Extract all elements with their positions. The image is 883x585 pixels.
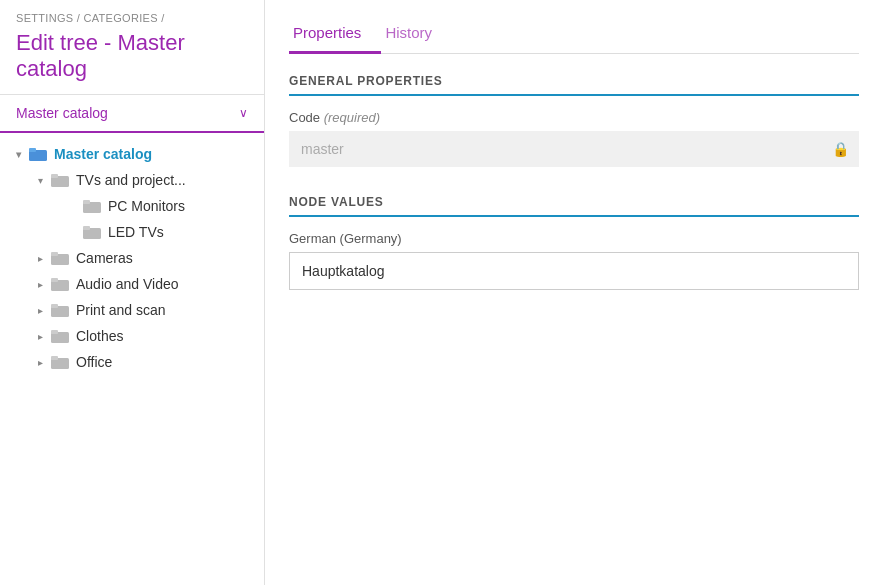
tab-properties[interactable]: Properties bbox=[289, 16, 381, 54]
general-properties-section: GENERAL PROPERTIES Code (required) 🔒 bbox=[289, 74, 859, 167]
tree-item-label-pc-monitors: PC Monitors bbox=[108, 198, 185, 214]
tree-item-print-scan[interactable]: ▸ Print and scan bbox=[0, 297, 264, 323]
tree-item-label-led-tvs: LED TVs bbox=[108, 224, 164, 240]
folder-icon-led-tvs bbox=[82, 224, 102, 240]
sidebar: SETTINGS / CATEGORIES / Edit tree - Mast… bbox=[0, 0, 265, 585]
tree-item-label-print-scan: Print and scan bbox=[76, 302, 166, 318]
tree-item-audio-video[interactable]: ▸ Audio and Video bbox=[0, 271, 264, 297]
svg-rect-9 bbox=[51, 252, 58, 256]
folder-icon-master-catalog bbox=[28, 146, 48, 162]
page-title: Edit tree - Master catalog bbox=[16, 30, 248, 82]
german-input[interactable] bbox=[289, 252, 859, 290]
expand-icon-led-tvs[interactable] bbox=[64, 224, 80, 240]
expand-icon-master-catalog[interactable]: ▾ bbox=[10, 146, 26, 162]
tree-item-pc-monitors[interactable]: PC Monitors bbox=[0, 193, 264, 219]
expand-icon-clothes[interactable]: ▸ bbox=[32, 328, 48, 344]
folder-icon-cameras bbox=[50, 250, 70, 266]
general-properties-label: GENERAL PROPERTIES bbox=[289, 74, 859, 96]
tab-history[interactable]: History bbox=[381, 16, 452, 54]
tree-item-label-clothes: Clothes bbox=[76, 328, 123, 344]
node-values-label: NODE VALUES bbox=[289, 195, 859, 217]
lock-icon: 🔒 bbox=[832, 141, 849, 157]
expand-icon-print-scan[interactable]: ▸ bbox=[32, 302, 48, 318]
code-input-wrapper: 🔒 bbox=[289, 131, 859, 167]
expand-icon-audio-video[interactable]: ▸ bbox=[32, 276, 48, 292]
code-field-label: Code (required) bbox=[289, 110, 859, 125]
svg-rect-5 bbox=[83, 200, 90, 204]
svg-rect-7 bbox=[83, 226, 90, 230]
svg-rect-17 bbox=[51, 356, 58, 360]
tree-item-tvs[interactable]: ▾ TVs and project... bbox=[0, 167, 264, 193]
tabs: Properties History bbox=[289, 16, 859, 54]
folder-icon-print-scan bbox=[50, 302, 70, 318]
german-input-wrapper bbox=[289, 252, 859, 290]
expand-icon-tvs[interactable]: ▾ bbox=[32, 172, 48, 188]
folder-icon-office bbox=[50, 354, 70, 370]
expand-icon-cameras[interactable]: ▸ bbox=[32, 250, 48, 266]
svg-rect-11 bbox=[51, 278, 58, 282]
folder-icon-tvs bbox=[50, 172, 70, 188]
svg-rect-15 bbox=[51, 330, 58, 334]
chevron-down-icon: ∨ bbox=[239, 106, 248, 120]
tree-item-cameras[interactable]: ▸ Cameras bbox=[0, 245, 264, 271]
svg-rect-3 bbox=[51, 174, 58, 178]
tree-item-label-audio-video: Audio and Video bbox=[76, 276, 179, 292]
tree-item-led-tvs[interactable]: LED TVs bbox=[0, 219, 264, 245]
german-field-label: German (Germany) bbox=[289, 231, 859, 246]
sidebar-header: SETTINGS / CATEGORIES / Edit tree - Mast… bbox=[0, 0, 264, 95]
catalog-selector[interactable]: Master catalog ∨ bbox=[0, 95, 264, 133]
svg-rect-13 bbox=[51, 304, 58, 308]
folder-icon-clothes bbox=[50, 328, 70, 344]
folder-icon-audio-video bbox=[50, 276, 70, 292]
svg-rect-1 bbox=[29, 148, 36, 152]
tree-item-label-tvs: TVs and project... bbox=[76, 172, 186, 188]
tree-item-label-cameras: Cameras bbox=[76, 250, 133, 266]
node-values-section: NODE VALUES German (Germany) bbox=[289, 195, 859, 290]
expand-icon-pc-monitors[interactable] bbox=[64, 198, 80, 214]
folder-icon-pc-monitors bbox=[82, 198, 102, 214]
tree-item-master-catalog[interactable]: ▾ Master catalog bbox=[0, 141, 264, 167]
tree-item-label-office: Office bbox=[76, 354, 112, 370]
breadcrumb: SETTINGS / CATEGORIES / bbox=[16, 12, 248, 24]
code-input[interactable] bbox=[289, 131, 859, 167]
tree: ▾ Master catalog▾ TVs and project... PC … bbox=[0, 133, 264, 585]
catalog-selector-label: Master catalog bbox=[16, 105, 108, 121]
tree-item-clothes[interactable]: ▸ Clothes bbox=[0, 323, 264, 349]
expand-icon-office[interactable]: ▸ bbox=[32, 354, 48, 370]
tree-item-office[interactable]: ▸ Office bbox=[0, 349, 264, 375]
tree-item-label-master-catalog: Master catalog bbox=[54, 146, 152, 162]
main-content: Properties History GENERAL PROPERTIES Co… bbox=[265, 0, 883, 585]
